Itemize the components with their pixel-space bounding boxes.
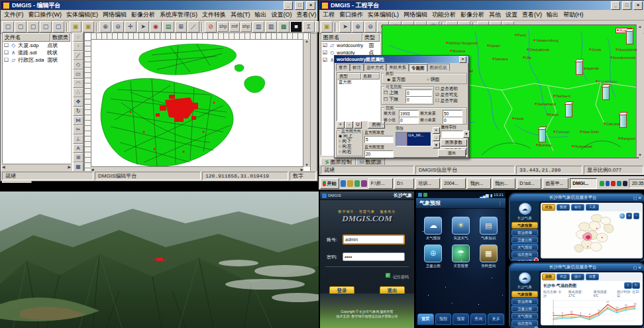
stop-icon[interactable]: ⊘	[205, 21, 217, 32]
layers-icon[interactable]: ▤	[162, 21, 174, 32]
menu-warning[interactable]: 气象预警	[511, 291, 538, 298]
window-controls-icon[interactable]: ▢ ✕	[633, 265, 641, 270]
menu-satellite[interactable]: 卫星云图	[511, 305, 538, 312]
radio-pie[interactable]: ○ 饼图	[427, 77, 440, 82]
menu-entity-edit[interactable]: 实体编辑(L)	[368, 11, 399, 19]
task-button[interactable]: F:\所...	[368, 178, 393, 189]
nav-home[interactable]: 首页	[417, 313, 434, 325]
layer-row-country[interactable]: ☑▱ worldcountry 面	[321, 42, 380, 49]
exit-button[interactable]: 退出	[438, 149, 466, 157]
tool-layers[interactable]: 图层	[557, 204, 570, 211]
field-selected[interactable]: GA_MI...	[407, 133, 431, 146]
field-add-button[interactable]: +	[433, 127, 440, 134]
menu-output[interactable]: 输出	[547, 11, 559, 19]
win2-titlebar[interactable]: DMGIS - 工程平台 _ □ ×	[319, 1, 644, 10]
open-icon[interactable]: ▣	[70, 21, 81, 32]
file-row-building[interactable]: ☐◇ 大厦.sdp 点状	[3, 42, 70, 49]
layer-col-type[interactable]: 类型	[362, 33, 380, 42]
nav-forecast[interactable]: 预报	[435, 313, 452, 325]
map-vscroll[interactable]: ▲▼	[303, 39, 310, 167]
snap-icon[interactable]: ◌	[73, 32, 83, 42]
refresh-icon[interactable]: ◉	[150, 21, 162, 32]
app-tile-live[interactable]: ☀ 实况天气	[448, 217, 474, 241]
terrain-3d-view[interactable]	[0, 191, 319, 328]
file-row-road[interactable]: ☐∧ 道路.sdl 线状	[3, 49, 70, 56]
minimize-button[interactable]: _	[284, 1, 293, 10]
task-button[interactable]: D:\sd...	[517, 178, 541, 189]
tray-icon[interactable]	[600, 181, 604, 186]
lower-input[interactable]: 0	[405, 96, 432, 103]
open-icon[interactable]: ▣	[321, 21, 333, 32]
menu-query[interactable]: 信息查询	[511, 251, 538, 258]
password-input[interactable]: ••••	[343, 252, 405, 261]
menu-forecast[interactable]: 天气预报	[511, 244, 538, 250]
menu-view[interactable]: 查看(V)	[522, 11, 542, 19]
stats-icon[interactable]: Σ	[303, 21, 315, 32]
export-button[interactable]: ⇩	[624, 282, 632, 289]
menu-forecast[interactable]: 天气预报	[511, 313, 538, 319]
transparent-check[interactable]: ☐ 是否透明	[435, 86, 458, 92]
zoom-out-icon[interactable]: ⊖	[112, 21, 124, 32]
task-button[interactable]: D:\	[394, 178, 414, 189]
nav-more[interactable]: 更多	[488, 313, 504, 325]
zoom-in-icon[interactable]: ⊕	[99, 21, 111, 32]
menu-convert[interactable]: 文件转换	[202, 11, 226, 19]
minpx-input[interactable]: 0	[443, 117, 462, 124]
minimize-button[interactable]: _	[611, 1, 620, 10]
menu-help[interactable]: 帮助(H)	[563, 11, 584, 19]
menu-window[interactable]: 窗口操作	[339, 11, 363, 19]
refresh-button[interactable]: ↻	[632, 282, 640, 289]
file-col-type[interactable]: 数据类型	[50, 33, 70, 42]
app-tile-forecast[interactable]: ☁ 天气预报	[420, 217, 447, 241]
tool-annotate[interactable]: 标注	[571, 204, 584, 211]
close-button[interactable]: ×	[633, 1, 643, 10]
quicklaunch-ie-icon[interactable]	[341, 180, 347, 187]
tab-live[interactable]: 实况	[557, 274, 570, 280]
maximize-button[interactable]: □	[295, 1, 304, 10]
window-controls-icon[interactable]: ▢ ✕	[633, 195, 641, 200]
close-button[interactable]: ×	[306, 1, 315, 10]
select-icon[interactable]: ➤	[137, 21, 149, 32]
tab-layerinfo[interactable]: 图层信息	[427, 64, 450, 71]
thickness-input[interactable]: 5	[364, 136, 394, 143]
new5-icon[interactable]: ▢	[52, 21, 64, 32]
tool-tools[interactable]: 工具	[586, 204, 599, 211]
menu-other[interactable]: 其他(T)	[231, 11, 250, 19]
locate-icon[interactable]	[619, 213, 625, 219]
select-icon[interactable]: ➤	[339, 21, 351, 32]
tray-icon[interactable]	[611, 181, 616, 186]
app-tile-satellite[interactable]: ⊕ 卫星云图	[420, 245, 447, 268]
draw-arc-icon[interactable]: ◠	[73, 79, 83, 88]
open2-icon[interactable]: ▣	[82, 21, 94, 32]
menu-radar[interactable]: 雷达图像	[511, 298, 538, 305]
menu-syslib[interactable]: 系统库管理(S)	[160, 11, 197, 19]
task-button[interactable]: 培训...	[415, 178, 440, 189]
zoom-in-icon[interactable]: ⊕	[352, 21, 364, 32]
node-icon[interactable]: ∴	[73, 88, 83, 97]
menu-project[interactable]: 工程	[323, 11, 335, 19]
upper-check[interactable]: ☐ 上限	[384, 90, 398, 95]
tray-icon[interactable]	[617, 181, 621, 186]
menu-settings[interactable]: 设置(O)	[272, 11, 292, 19]
new3-icon[interactable]: ▢	[27, 21, 39, 32]
shape-params-button[interactable]: 图形参数	[441, 139, 467, 146]
zoom-out-icon[interactable]: −	[633, 213, 639, 219]
radio-left[interactable]: ○ 向左	[339, 144, 362, 149]
mirror-icon[interactable]: ⋈	[73, 116, 83, 125]
account-input[interactable]: admin	[343, 235, 405, 245]
quicklaunch-folder-icon[interactable]	[347, 180, 353, 187]
start-button[interactable]: 开始	[320, 178, 339, 189]
lower-check[interactable]: ☐ 下限	[384, 97, 398, 102]
min-input[interactable]: 0	[399, 117, 419, 124]
task-button[interactable]: 我的...	[467, 178, 490, 189]
new2-icon[interactable]: ▢	[15, 21, 27, 32]
quicklaunch-media-icon[interactable]	[361, 180, 367, 187]
menu-warning[interactable]: 气象预警	[511, 222, 538, 229]
halfcircle-check[interactable]: ☐ 是否半圆	[435, 98, 458, 104]
maximize-button[interactable]: □	[622, 1, 631, 10]
map-vscroll[interactable]: ▲▼	[636, 25, 643, 157]
field-down-button[interactable]: ▾	[433, 142, 440, 148]
join-icon[interactable]: ⊥	[73, 135, 83, 144]
print2-icon[interactable]: ▥	[265, 21, 277, 32]
draw-line-icon[interactable]: ／	[73, 51, 83, 60]
